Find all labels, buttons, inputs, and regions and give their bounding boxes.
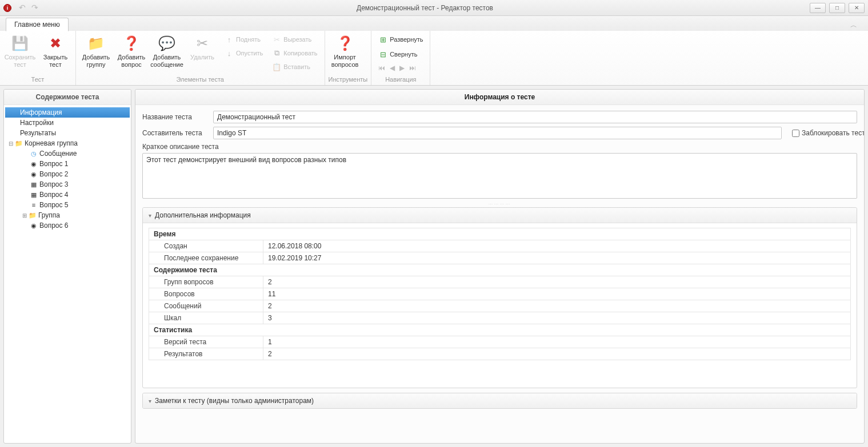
paste-button[interactable]: 📋 Вставить xyxy=(269,61,321,73)
question-add-icon: ❓ xyxy=(122,34,141,53)
tree-item-results[interactable]: Результаты xyxy=(5,128,130,138)
tree-item-info[interactable]: Информация xyxy=(5,107,130,118)
radio-icon: ◉ xyxy=(29,222,38,229)
paste-icon: 📋 xyxy=(272,62,281,71)
section-stats: Статистика xyxy=(149,324,851,336)
label-author: Составитель теста xyxy=(142,129,207,137)
move-down-button[interactable]: ↓ Опустить xyxy=(221,47,266,59)
tree-item-q1[interactable]: ◉Вопрос 1 xyxy=(5,159,130,169)
titlebar: i ↶ ↷ Демонстрационный тест - Редактор т… xyxy=(0,0,868,16)
move-up-button[interactable]: ↑ Поднять xyxy=(221,33,266,46)
ribbon: 💾 Сохранить тест ✖ Закрыть тест Тест 📁 Д… xyxy=(0,31,868,86)
collapse-icon: ⊟ xyxy=(378,50,387,59)
form-area: Название теста Составитель теста Заблоки… xyxy=(135,105,864,207)
accordion-notes-header[interactable]: ▾ Заметки к тесту (видны только админист… xyxy=(143,393,857,408)
delete-icon: ✂ xyxy=(193,34,211,53)
row-messages-value: 2 xyxy=(263,300,851,312)
row-scales-value: 3 xyxy=(263,312,851,324)
ribbon-group-elements-title: Элементы теста xyxy=(79,76,321,83)
maximize-button[interactable]: □ xyxy=(829,3,845,13)
redo-button[interactable]: ↷ xyxy=(30,3,40,13)
arrow-up-icon: ↑ xyxy=(225,35,234,44)
tree-item-q6[interactable]: ◉Вопрос 6 xyxy=(5,220,130,231)
label-test-name: Название теста xyxy=(142,113,207,121)
test-name-input[interactable] xyxy=(213,111,857,123)
cut-button[interactable]: ✂ Вырезать xyxy=(269,33,321,46)
tree-item-q3[interactable]: ▦Вопрос 3 xyxy=(5,179,130,190)
import-icon: ❓ xyxy=(336,34,354,53)
left-panel-title: Содержимое теста xyxy=(4,90,131,105)
author-input[interactable] xyxy=(213,127,782,139)
tree-item-group[interactable]: ⊞📁Группа xyxy=(5,210,130,220)
row-created-value: 12.06.2018 08:00 xyxy=(263,240,851,252)
textarea-resize-handle[interactable]: ………… xyxy=(142,200,857,205)
row-versions-value: 1 xyxy=(263,336,851,348)
window-title: Демонстрационный тест - Редактор тестов xyxy=(40,4,810,12)
add-group-button[interactable]: 📁 Добавить группу xyxy=(79,33,113,70)
radio-icon: ◉ xyxy=(29,160,38,168)
scissors-icon: ✂ xyxy=(272,35,281,44)
copy-icon: ⧉ xyxy=(272,49,281,58)
tree: Информация Настройки Результаты ⊟📁Корнев… xyxy=(4,105,131,443)
row-questions-value: 11 xyxy=(263,288,851,300)
lock-test-checkbox[interactable] xyxy=(792,130,799,137)
row-results-label: Результатов xyxy=(149,348,263,360)
import-questions-button[interactable]: ❓ Импорт вопросов xyxy=(329,33,362,70)
row-messages-label: Сообщений xyxy=(149,300,263,312)
tree-item-q2[interactable]: ◉Вопрос 2 xyxy=(5,169,130,179)
close-icon: ✖ xyxy=(46,34,65,53)
tree-item-root-group[interactable]: ⊟📁Корневая группа xyxy=(5,138,130,148)
ribbon-group-nav-title: Навигация xyxy=(375,76,426,83)
main-area: Содержимое теста Информация Настройки Ре… xyxy=(0,86,868,447)
delete-button[interactable]: ✂ Удалить xyxy=(186,33,219,62)
list-icon: ≡ xyxy=(29,202,38,208)
tree-item-q4[interactable]: ▦Вопрос 4 xyxy=(5,190,130,200)
chevron-down-icon: ▾ xyxy=(149,398,151,404)
add-question-button[interactable]: ❓ Добавить вопрос xyxy=(115,33,148,70)
nav-next-icon[interactable]: ▶ xyxy=(399,64,405,72)
lock-test-wrap[interactable]: Заблокировать тест xyxy=(792,129,857,137)
save-icon: 💾 xyxy=(11,34,29,53)
message-icon: ◷ xyxy=(29,150,38,158)
grid-icon: ▦ xyxy=(29,191,38,199)
expand-all-button[interactable]: ⊞ Развернуть xyxy=(375,33,426,46)
accordion-more-info-header[interactable]: ▾ Дополнительная информация xyxy=(143,208,857,223)
radio-icon: ◉ xyxy=(29,171,38,178)
ribbon-group-test-title: Тест xyxy=(3,76,72,83)
undo-button[interactable]: ↶ xyxy=(17,3,27,13)
expand-icon: ⊞ xyxy=(378,35,387,44)
tree-item-q5[interactable]: ≡Вопрос 5 xyxy=(5,200,130,210)
nav-last-icon[interactable]: ⏭ xyxy=(409,64,416,72)
save-test-button[interactable]: 💾 Сохранить тест xyxy=(3,33,37,70)
row-saved-label: Последнее сохранение xyxy=(149,252,263,264)
ribbon-group-test: 💾 Сохранить тест ✖ Закрыть тест Тест xyxy=(0,31,76,85)
menu-tab-row: Главное меню ︿ xyxy=(0,16,868,31)
close-test-button[interactable]: ✖ Закрыть тест xyxy=(39,33,72,70)
close-window-button[interactable]: ✕ xyxy=(849,3,865,13)
nav-first-icon[interactable]: ⏮ xyxy=(378,64,385,72)
row-questions-label: Вопросов xyxy=(149,288,263,300)
row-scales-label: Шкал xyxy=(149,312,263,324)
label-description: Краткое описание теста xyxy=(142,143,857,151)
tree-item-settings[interactable]: Настройки xyxy=(5,118,130,128)
description-textarea[interactable]: Этот тест демонстрирует внешний вид вопр… xyxy=(142,153,857,199)
accordion-more-info: ▾ Дополнительная информация Время Создан… xyxy=(142,207,857,388)
minimize-button[interactable]: — xyxy=(810,3,826,13)
tab-main-menu[interactable]: Главное меню xyxy=(6,18,69,31)
tree-item-message[interactable]: ◷Сообщение xyxy=(5,148,130,159)
right-panel: Информация о тесте Название теста Состав… xyxy=(135,89,865,444)
section-time: Время xyxy=(149,228,851,240)
chevron-down-icon: ▾ xyxy=(149,212,151,219)
nav-prev-icon[interactable]: ◀ xyxy=(390,64,395,72)
copy-button[interactable]: ⧉ Копировать xyxy=(269,47,321,59)
row-groups-label: Групп вопросов xyxy=(149,276,263,288)
accordion-notes: ▾ Заметки к тесту (видны только админист… xyxy=(142,393,857,409)
row-saved-value: 19.02.2019 10:27 xyxy=(263,252,851,264)
ribbon-group-nav: ⊞ Развернуть ⊟ Свернуть ⏮ ◀ ▶ ⏭ Навигаци… xyxy=(371,31,430,85)
add-message-button[interactable]: 💬 Добавить сообщение xyxy=(150,33,183,70)
folder-icon: 📁 xyxy=(14,140,23,147)
info-table: Время Создан12.06.2018 08:00 Последнее с… xyxy=(149,228,851,360)
ribbon-group-tools: ❓ Импорт вопросов Инструменты xyxy=(325,31,372,85)
collapse-all-button[interactable]: ⊟ Свернуть xyxy=(375,48,421,61)
ribbon-collapse-button[interactable]: ︿ xyxy=(849,21,859,31)
